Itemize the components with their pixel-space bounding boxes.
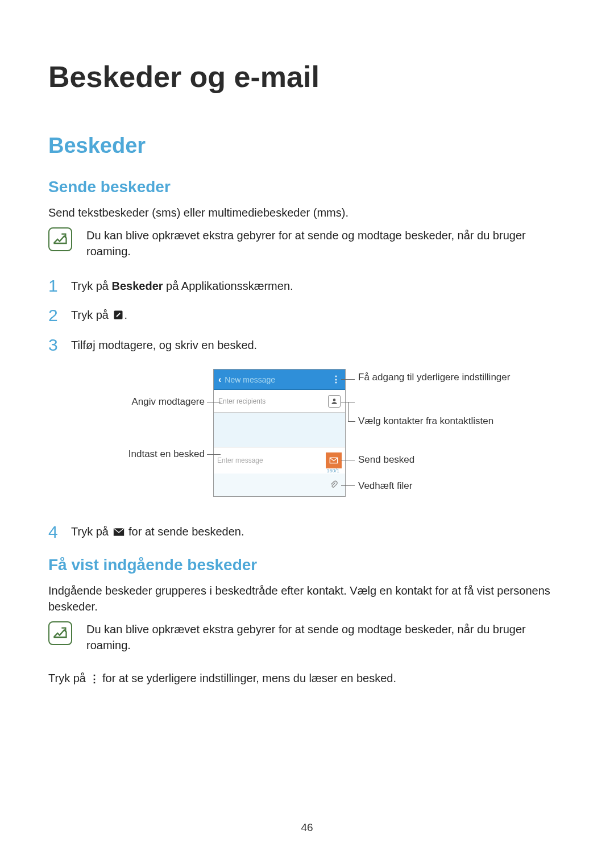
ui-body-area [214, 413, 345, 447]
ui-char-counter: 160/1 [326, 468, 339, 474]
send-icon [326, 452, 342, 468]
step-item: 3 Tilføj modtagere, og skriv en besked. [48, 335, 566, 355]
callout-line [341, 485, 355, 486]
ui-footer [214, 474, 345, 496]
ui-message-placeholder: Enter message [217, 456, 263, 464]
callout-line [348, 421, 355, 422]
callout-line [207, 402, 221, 402]
step-list-continued: 4 Tryk på for at sende beskeden. [48, 522, 566, 542]
ui-input-row: Enter message [214, 447, 345, 474]
ui-header-title: New message [225, 375, 275, 384]
page-number: 46 [0, 821, 614, 834]
note-icon [48, 227, 72, 251]
ui-recipients-placeholder: Enter recipients [218, 397, 265, 405]
send-envelope-icon [113, 525, 125, 541]
step-item: 1 Tryk på Beskeder på Applikationsskærme… [48, 276, 566, 296]
step-text: Tryk på . [71, 307, 127, 324]
svg-point-1 [333, 398, 336, 401]
callout-label: Få adgang til yderligere indstillinger [358, 372, 517, 383]
more-vertical-icon: ⋮ [89, 672, 99, 686]
note-text: Du kan blive opkrævet ekstra gebyrer for… [86, 621, 566, 653]
subsection-heading: Få vist indgående beskeder [48, 556, 566, 574]
phone-ui-mock: ‹ New message ⋮ Enter recipients Enter m… [213, 369, 346, 497]
callout-label: Vedhæft filer [358, 480, 472, 492]
note-icon [48, 621, 72, 645]
step-number: 2 [48, 306, 71, 325]
ui-header: ‹ New message ⋮ [214, 369, 345, 390]
step-text: Tryk på Beskeder på Applikationsskærmen. [71, 278, 293, 294]
contact-picker-icon [328, 395, 341, 408]
ui-recipients-row: Enter recipients [214, 390, 345, 413]
step-text: Tryk på for at sende beskeden. [71, 524, 244, 541]
note-block: Du kan blive opkrævet ekstra gebyrer for… [48, 621, 566, 653]
attach-icon [328, 479, 339, 491]
back-icon: ‹ [218, 375, 221, 385]
section-heading: Beskeder [48, 134, 566, 158]
page-title: Beskeder og e-mail [48, 60, 566, 94]
screenshot-diagram: ‹ New message ⋮ Enter recipients Enter m… [85, 369, 529, 505]
callout-line [348, 402, 349, 422]
callout-label: Vælg kontakter fra kontaktlisten [358, 416, 517, 427]
callout-line [207, 454, 221, 455]
step-item: 2 Tryk på . [48, 306, 566, 325]
callout-label: Send besked [358, 454, 472, 466]
subsection-heading: Sende beskeder [48, 178, 566, 196]
more-icon: ⋮ [331, 374, 341, 385]
step-number: 4 [48, 522, 71, 542]
step-list: 1 Tryk på Beskeder på Applikationsskærme… [48, 276, 566, 355]
intro-text: Send tekstbeskeder (sms) eller multimedi… [48, 205, 566, 221]
step-number: 1 [48, 276, 71, 296]
body-text: Indgående beskeder grupperes i beskedtrå… [48, 583, 566, 614]
callout-line [341, 460, 355, 460]
step-number: 3 [48, 335, 71, 355]
callout-line [341, 379, 355, 380]
note-text: Du kan blive opkrævet ekstra gebyrer for… [86, 227, 566, 259]
note-block: Du kan blive opkrævet ekstra gebyrer for… [48, 227, 566, 259]
callout-label: Angiv modtagere [114, 396, 205, 408]
step-item: 4 Tryk på for at sende beskeden. [48, 522, 566, 542]
callout-label: Indtast en besked [102, 448, 205, 460]
body-text: Tryk på ⋮ for at se yderligere indstilli… [48, 670, 566, 686]
step-text: Tilføj modtagere, og skriv en besked. [71, 337, 257, 353]
compose-icon [113, 308, 123, 324]
